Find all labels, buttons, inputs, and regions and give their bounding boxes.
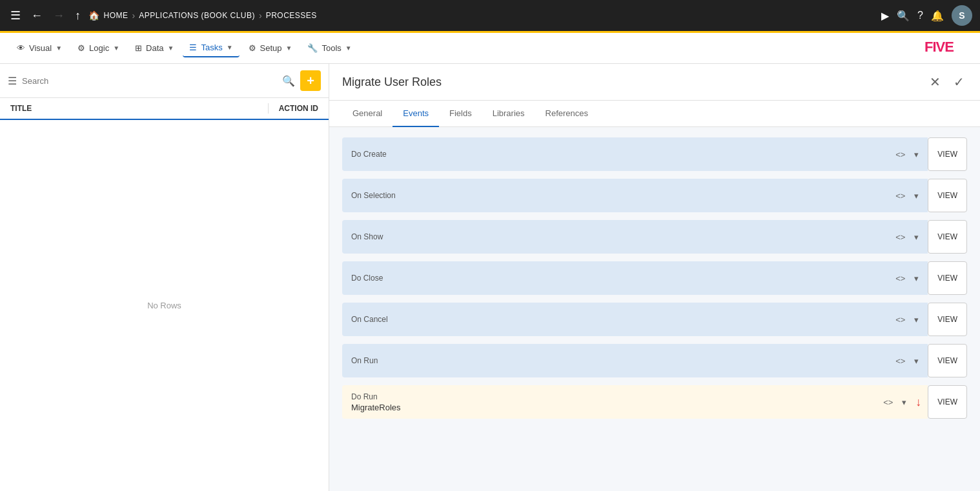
breadcrumb-applications[interactable]: APPLICATIONS (BOOK CLUB) <box>139 11 255 20</box>
tab-references[interactable]: References <box>535 101 598 127</box>
right-panel: Migrate User Roles ✕ ✓ General Events Fi… <box>329 64 980 491</box>
home-icon: 🏠 <box>88 10 100 21</box>
setup-dropdown-arrow: ▼ <box>286 45 292 52</box>
event-label-on-selection: On Selection <box>351 191 877 200</box>
view-button-do-close[interactable]: VIEW <box>928 261 967 295</box>
event-field-do-close: Do Close <box>342 261 886 295</box>
confirm-button[interactable]: ✓ <box>951 72 967 92</box>
sec-nav-items: 👁 Visual ▼ ⚙ Logic ▼ ⊞ Data ▼ ☰ Tasks ▼ … <box>10 39 358 57</box>
tab-general[interactable]: General <box>342 101 393 127</box>
tools-icon: 🔧 <box>307 43 318 53</box>
event-label-on-run: On Run <box>351 356 877 365</box>
nav-item-setup[interactable]: ⚙ Setup ▼ <box>242 39 299 57</box>
breadcrumb-home[interactable]: 🏠 HOME <box>88 10 128 21</box>
chevron-down-icon-on-run[interactable]: ▾ <box>912 355 921 367</box>
event-field-do-run: Do Run MigrateRoles <box>342 385 874 419</box>
code-icon-do-create[interactable]: <> <box>893 148 908 161</box>
view-button-do-create[interactable]: VIEW <box>928 137 967 171</box>
chevron-down-icon-do-create[interactable]: ▾ <box>912 148 921 161</box>
event-row-do-run: Do Run MigrateRoles <> ▾ ↓ VIEW <box>342 385 967 419</box>
chevron-down-icon-do-close[interactable]: ▾ <box>912 272 921 285</box>
breadcrumb-sep-2: › <box>259 10 262 21</box>
close-button[interactable]: ✕ <box>927 72 943 92</box>
event-controls-on-show: <> ▾ <box>886 220 928 254</box>
tasks-icon: ☰ <box>189 43 197 52</box>
user-avatar[interactable]: S <box>952 5 972 26</box>
breadcrumb-sep-1: › <box>132 10 136 21</box>
view-button-on-run[interactable]: VIEW <box>928 344 967 377</box>
home-label[interactable]: HOME <box>104 11 128 20</box>
event-row-on-cancel: On Cancel <> ▾ VIEW <box>342 303 967 336</box>
event-controls-on-run: <> ▾ <box>886 344 928 377</box>
data-label: Data <box>146 43 163 53</box>
event-row-on-show: On Show <> ▾ VIEW <box>342 220 967 254</box>
event-label-do-run: Do Run <box>351 392 865 401</box>
tab-libraries[interactable]: Libraries <box>482 101 535 127</box>
setup-icon: ⚙ <box>249 43 256 53</box>
nav-item-tasks[interactable]: ☰ Tasks ▼ <box>183 39 239 57</box>
event-controls-on-selection: <> ▾ <box>886 179 928 212</box>
chevron-down-icon-on-selection[interactable]: ▾ <box>912 190 921 202</box>
search-input[interactable] <box>22 76 277 86</box>
up-icon[interactable]: ↑ <box>72 6 83 25</box>
code-icon-do-close[interactable]: <> <box>893 272 908 285</box>
nav-item-visual[interactable]: 👁 Visual ▼ <box>10 39 68 57</box>
menu-icon[interactable]: ☰ <box>8 6 23 25</box>
search-global-icon[interactable]: 🔍 <box>897 10 910 22</box>
nav-item-tools[interactable]: 🔧 Tools ▼ <box>301 39 358 57</box>
tasks-dropdown-arrow: ▼ <box>227 44 233 51</box>
view-button-on-selection[interactable]: VIEW <box>928 179 967 212</box>
column-divider <box>268 103 269 114</box>
play-icon[interactable]: ▶ <box>881 10 889 22</box>
red-arrow-indicator: ↓ <box>915 396 921 409</box>
breadcrumb: 🏠 HOME › APPLICATIONS (BOOK CLUB) › PROC… <box>88 10 876 21</box>
five-logo: FIVE <box>924 37 970 59</box>
table-header: Title Action ID <box>0 98 329 120</box>
view-button-on-show[interactable]: VIEW <box>928 220 967 254</box>
setup-label: Setup <box>260 43 282 53</box>
tab-fields[interactable]: Fields <box>439 101 482 127</box>
filter-icon: ☰ <box>8 75 17 87</box>
code-icon-on-run[interactable]: <> <box>893 355 908 367</box>
nav-item-data[interactable]: ⊞ Data ▼ <box>128 39 180 57</box>
event-controls-do-run: <> ▾ ↓ <box>874 385 928 419</box>
panel-header: Migrate User Roles ✕ ✓ <box>329 64 980 101</box>
svg-text:FIVE: FIVE <box>924 39 954 55</box>
help-icon[interactable]: ? <box>917 10 923 21</box>
chevron-down-icon-do-run[interactable]: ▾ <box>899 396 909 408</box>
event-field-on-cancel: On Cancel <box>342 303 886 336</box>
forward-icon[interactable]: → <box>50 6 67 25</box>
event-field-on-run: On Run <box>342 344 886 377</box>
logic-icon: ⚙ <box>77 43 85 53</box>
chevron-down-icon-on-cancel[interactable]: ▾ <box>912 314 921 326</box>
code-icon-do-run[interactable]: <> <box>881 396 895 408</box>
view-button-do-run[interactable]: VIEW <box>928 385 967 419</box>
tabs-bar: General Events Fields Libraries Referenc… <box>329 101 980 127</box>
chevron-down-icon-on-show[interactable]: ▾ <box>912 231 921 243</box>
visual-label: Visual <box>29 43 52 53</box>
event-field-on-selection: On Selection <box>342 179 886 212</box>
panel-title: Migrate User Roles <box>342 75 919 89</box>
tasks-label: Tasks <box>201 43 222 52</box>
back-icon[interactable]: ← <box>28 6 45 25</box>
no-rows-message: No Rows <box>0 120 329 491</box>
processes-label: PROCESSES <box>266 11 317 20</box>
event-controls-do-close: <> ▾ <box>886 261 928 295</box>
logic-dropdown-arrow: ▼ <box>113 45 119 52</box>
secondary-navigation: 👁 Visual ▼ ⚙ Logic ▼ ⊞ Data ▼ ☰ Tasks ▼ … <box>0 33 980 64</box>
code-icon-on-show[interactable]: <> <box>893 231 908 243</box>
add-button[interactable]: + <box>300 70 321 91</box>
code-icon-on-cancel[interactable]: <> <box>893 314 908 326</box>
notification-icon[interactable]: 🔔 <box>931 10 944 22</box>
breadcrumb-processes[interactable]: PROCESSES <box>266 11 317 20</box>
view-button-on-cancel[interactable]: VIEW <box>928 303 967 336</box>
nav-item-logic[interactable]: ⚙ Logic ▼ <box>71 39 126 57</box>
events-content: Do Create <> ▾ VIEW On Selection <> ▾ VI… <box>329 127 980 491</box>
search-icon[interactable]: 🔍 <box>282 75 295 87</box>
nav-right-controls: ▶ 🔍 ? 🔔 S <box>881 5 972 26</box>
column-title: Title <box>10 104 258 113</box>
event-value-do-run: MigrateRoles <box>351 403 865 412</box>
event-row-on-run: On Run <> ▾ VIEW <box>342 344 967 377</box>
code-icon-on-selection[interactable]: <> <box>893 190 908 202</box>
tab-events[interactable]: Events <box>393 101 439 127</box>
